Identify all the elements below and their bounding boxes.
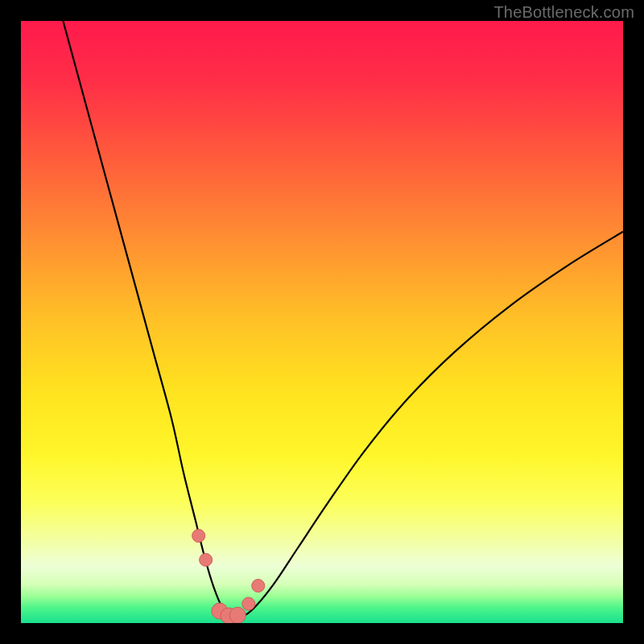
- marker-point: [252, 580, 265, 592]
- marker-point: [242, 597, 255, 610]
- marker-point: [192, 530, 205, 543]
- bottleneck-plot: [21, 21, 623, 623]
- chart-frame: [21, 21, 623, 623]
- bottleneck-curve: [63, 21, 623, 617]
- watermark-text: TheBottleneck.com: [493, 3, 634, 22]
- marker-point: [229, 607, 246, 623]
- marker-point: [200, 553, 213, 566]
